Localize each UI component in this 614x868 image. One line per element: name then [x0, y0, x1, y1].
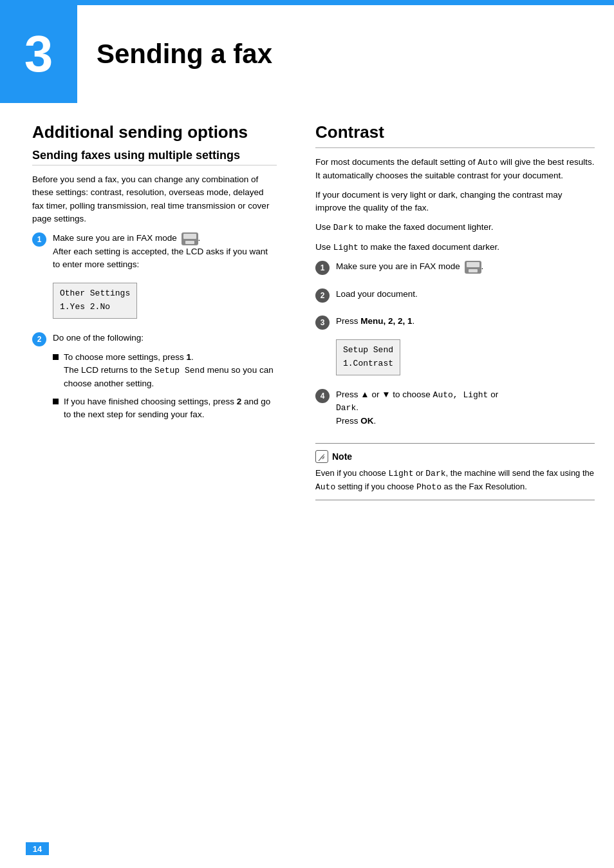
step-2-content: Do one of the following: To choose more …: [53, 332, 277, 427]
top-bar: [0, 0, 614, 5]
right-step-2: 2 Load your document.: [315, 288, 595, 307]
right-step-4-content: Press ▲ or ▼ to choose Auto, Light or Da…: [336, 388, 595, 434]
right-step-circle-3: 3: [315, 316, 330, 330]
bullet-square-1: [53, 354, 59, 360]
right-column: Contrast For most documents the default …: [296, 109, 614, 868]
bullet-list: To choose more settings, press 1. The LC…: [53, 351, 277, 422]
note-title: Note: [332, 451, 352, 462]
lcd-display-1: Other Settings 1.Yes 2.No: [53, 283, 137, 319]
step-circle-1: 1: [32, 232, 46, 247]
bullet-1-text: To choose more settings, press 1. The LC…: [64, 351, 277, 390]
step-1-content: Make sure you are in FAX mode . After ea…: [53, 232, 277, 324]
bullet-item-2: If you have finished choosing settings, …: [53, 395, 277, 422]
chapter-number: 3: [24, 28, 53, 80]
step-1-text: Make sure you are in FAX mode . After ea…: [53, 232, 277, 271]
right-step-4-text: Press ▲ or ▼ to choose Auto, Light or Da…: [336, 388, 595, 428]
bullet-2-text: If you have finished choosing settings, …: [64, 395, 277, 422]
fax-mode-icon-1: [181, 232, 198, 245]
section-title-right: Contrast: [315, 122, 595, 142]
bullet-item-1: To choose more settings, press 1. The LC…: [53, 351, 277, 390]
fax-mode-icon-2: [465, 261, 481, 274]
right-step-2-content: Load your document.: [336, 288, 595, 307]
section-title-left: Additional sending options: [32, 122, 277, 142]
note-header: 𝓅 Note: [315, 450, 595, 463]
right-step-circle-4: 4: [315, 389, 330, 403]
right-step-3: 3 Press Menu, 2, 2, 1. Setup Send 1.Cont…: [315, 315, 595, 381]
step-2-text: Do one of the following:: [53, 332, 277, 344]
right-step-1-text: Make sure you are in FAX mode .: [336, 260, 595, 273]
note-icon: 𝓅: [315, 450, 328, 463]
chapter-title: Sending a fax: [77, 39, 272, 70]
left-step-1: 1 Make sure you are in FAX mode . After …: [32, 232, 277, 324]
note-text: Even if you choose Light or Dark, the ma…: [315, 467, 595, 493]
note-box: 𝓅 Note Even if you choose Light or Dark,…: [315, 443, 595, 500]
contrast-para-2: If your document is very light or dark, …: [315, 189, 595, 215]
chapter-header: 3 Sending a fax: [0, 5, 614, 103]
right-step-3-text: Press Menu, 2, 2, 1.: [336, 315, 595, 328]
divider-right: [315, 147, 595, 148]
right-step-circle-1: 1: [315, 261, 330, 275]
content-area: Additional sending options Sending faxes…: [0, 109, 614, 868]
contrast-para-1: For most documents the default setting o…: [315, 156, 595, 182]
left-column: Additional sending options Sending faxes…: [0, 109, 296, 868]
intro-paragraph: Before you send a fax, you can change an…: [32, 173, 277, 225]
contrast-para-3: Use Dark to make the faxed document ligh…: [315, 221, 595, 234]
right-step-circle-2: 2: [315, 288, 330, 303]
lcd-display-2: Setup Send 1.Contrast: [336, 339, 400, 375]
contrast-para-4: Use Light to make the faxed document dar…: [315, 241, 595, 254]
left-step-2: 2 Do one of the following: To choose mor…: [32, 332, 277, 427]
page-number: 14: [26, 842, 49, 855]
bullet-square-2: [53, 399, 59, 404]
chapter-number-box: 3: [0, 5, 77, 103]
right-step-1: 1 Make sure you are in FAX mode .: [315, 260, 595, 279]
right-step-2-text: Load your document.: [336, 288, 595, 301]
right-step-4: 4 Press ▲ or ▼ to choose Auto, Light or …: [315, 388, 595, 434]
step-circle-2: 2: [32, 332, 46, 346]
right-step-3-content: Press Menu, 2, 2, 1. Setup Send 1.Contra…: [336, 315, 595, 381]
subsection-title-left: Sending faxes using multiple settings: [32, 149, 277, 165]
right-step-1-content: Make sure you are in FAX mode .: [336, 260, 595, 279]
